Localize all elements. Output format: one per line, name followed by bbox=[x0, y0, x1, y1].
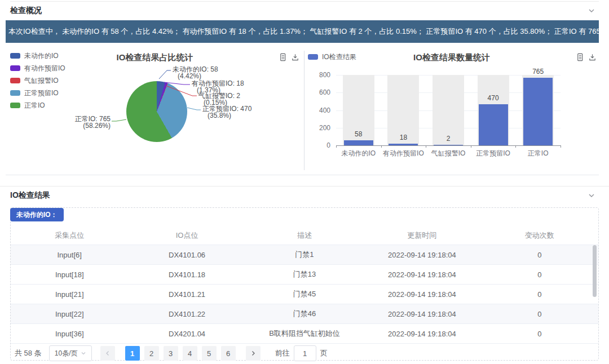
bar-legend-label: IO检查结果 bbox=[322, 54, 356, 60]
legend-chip bbox=[10, 65, 20, 71]
x-axis-label: 正常预留IO bbox=[471, 149, 516, 158]
table-cell: 2022-09-14 19:18:04 bbox=[363, 265, 480, 285]
table-column-header: 更新时间 bbox=[363, 226, 480, 245]
chevron-right-icon bbox=[250, 350, 256, 356]
overview-collapse-button[interactable] bbox=[587, 6, 596, 15]
data-view-icon[interactable] bbox=[576, 53, 584, 61]
bar[interactable] bbox=[434, 145, 463, 145]
table-row: Input[22]DX4101.22门禁462022-09-14 19:18:0… bbox=[11, 304, 598, 324]
table-column-header: 变动次数 bbox=[481, 226, 598, 245]
table-row: Input[36]DX4201.04B取料阻挡气缸初始位2022-09-14 1… bbox=[11, 324, 598, 344]
table-cell: DX4201.04 bbox=[128, 324, 245, 344]
page-button-4[interactable]: 4 bbox=[183, 346, 197, 361]
table-cell: Input[6] bbox=[11, 245, 128, 265]
table-cell: 2022-09-14 19:18:04 bbox=[363, 245, 480, 265]
results-panel: 采集点位IO点位描述更新时间变动次数 Input[6]DX4101.06门禁12… bbox=[10, 207, 599, 361]
bar-chart: 020040060080058未动作的IO18有动作预留IO2气缸报警IO470… bbox=[336, 75, 561, 146]
table-scrollbar[interactable] bbox=[593, 245, 597, 297]
pie-label: 气缸报警IO: 2(0.15%) bbox=[198, 92, 240, 106]
legend-label: 正常IO bbox=[24, 102, 45, 109]
legend-chip bbox=[10, 90, 20, 96]
bar[interactable] bbox=[344, 140, 373, 145]
pie-legend-item[interactable]: 有动作预留IO bbox=[10, 65, 65, 72]
y-axis-tick-label: 600 bbox=[319, 88, 330, 96]
bar[interactable] bbox=[389, 144, 418, 145]
x-axis-tick bbox=[336, 145, 337, 148]
pie-chart[interactable] bbox=[126, 81, 187, 142]
table-cell: 0 bbox=[481, 265, 598, 285]
table-cell: DX4101.06 bbox=[128, 245, 245, 265]
bar-value-label: 2 bbox=[426, 135, 471, 143]
io-results-table: 采集点位IO点位描述更新时间变动次数 Input[6]DX4101.06门禁12… bbox=[11, 226, 598, 344]
page-button-5[interactable]: 5 bbox=[202, 346, 217, 361]
page-button-6[interactable]: 6 bbox=[221, 346, 236, 361]
page-number-list: 123456 bbox=[123, 346, 238, 361]
bar-chart-card: IO检查结果数量统计 IO检查结果 020040060080058未动作 bbox=[304, 50, 599, 175]
table-row: Input[6]DX4101.06门禁12022-09-14 19:18:040 bbox=[11, 245, 598, 265]
table-cell: B取料阻挡气缸初始位 bbox=[246, 324, 363, 344]
download-icon[interactable] bbox=[291, 53, 299, 61]
table-cell: 0 bbox=[481, 245, 598, 265]
page-button-2[interactable]: 2 bbox=[144, 346, 159, 361]
table-cell: 门禁1 bbox=[246, 245, 363, 265]
page-button-1[interactable]: 1 bbox=[125, 346, 140, 361]
table-cell: Input[36] bbox=[11, 324, 128, 344]
pie-legend-item[interactable]: 正常预留IO bbox=[10, 90, 65, 96]
pie-chart-toolbox bbox=[279, 53, 299, 61]
table-header-row: 采集点位IO点位描述更新时间变动次数 bbox=[11, 226, 598, 245]
results-collapse-button[interactable] bbox=[587, 191, 596, 200]
pagination: 共 58 条 10条/页 123456 前往 页 bbox=[15, 345, 328, 361]
x-axis-tick bbox=[471, 145, 471, 148]
pagination-total: 共 58 条 bbox=[15, 348, 42, 358]
pie-legend-item[interactable]: 未动作的IO bbox=[10, 52, 65, 59]
results-section-title: IO检查结果 bbox=[10, 190, 50, 201]
bar-column: 765 bbox=[515, 75, 561, 145]
pie-label: 未动作的IO: 58(4.42%) bbox=[173, 66, 218, 79]
chevron-down-icon bbox=[81, 350, 86, 356]
bar[interactable] bbox=[523, 78, 553, 145]
x-axis-label: 正常IO bbox=[515, 149, 561, 158]
legend-chip bbox=[10, 78, 20, 83]
page-size-value: 10条/页 bbox=[55, 349, 78, 358]
page-size-select[interactable]: 10条/页 bbox=[49, 345, 92, 361]
goto-suffix: 页 bbox=[320, 348, 328, 358]
table-column-header: 采集点位 bbox=[11, 226, 128, 245]
x-axis-tick bbox=[561, 145, 561, 148]
table-cell: 0 bbox=[481, 304, 598, 324]
x-axis-tick bbox=[381, 145, 382, 148]
goto-label: 前往 bbox=[275, 348, 290, 358]
chevron-left-icon bbox=[105, 350, 111, 356]
bar-chart-toolbox bbox=[576, 53, 597, 61]
bar-value-label: 18 bbox=[381, 134, 426, 141]
charts-panel: IO检查结果占比统计 未动作的IO有动作预留IO气缸报警IO正常预留IO正常IO bbox=[6, 50, 599, 175]
goto-page-input[interactable] bbox=[294, 345, 316, 361]
next-page-button[interactable] bbox=[246, 346, 261, 361]
pie-legend-item[interactable]: 气缸报警IO bbox=[10, 77, 65, 84]
io-inspection-dashboard: 检查概况 本次IO检查中， 未动作的IO 有 58 个，占比 4.42%； 有动… bbox=[0, 0, 609, 364]
y-axis-tick-label: 0 bbox=[326, 141, 330, 149]
legend-chip bbox=[10, 53, 20, 59]
pie-chart-card: IO检查结果占比统计 未动作的IO有动作预留IO气缸报警IO正常预留IO正常IO bbox=[6, 50, 304, 175]
pie-legend-item[interactable]: 正常IO bbox=[10, 102, 65, 109]
prev-page-button[interactable] bbox=[100, 346, 115, 361]
x-axis-tick bbox=[426, 145, 426, 148]
table-cell: 门禁45 bbox=[246, 285, 363, 304]
table-cell: DX4101.22 bbox=[128, 304, 245, 324]
table-cell: Input[22] bbox=[11, 304, 128, 324]
page-button-3[interactable]: 3 bbox=[164, 346, 178, 361]
bar-legend-item[interactable]: IO检查结果 bbox=[308, 54, 356, 60]
pie-label: 正常IO: 765(58.26%) bbox=[75, 116, 111, 129]
summary-banner: 本次IO检查中， 未动作的IO 有 58 个，占比 4.42%； 有动作预留IO… bbox=[6, 20, 599, 43]
table-cell: DX4101.18 bbox=[128, 265, 245, 285]
legend-label: 未动作的IO bbox=[24, 52, 59, 59]
table-cell: 2022-09-14 19:18:04 bbox=[363, 304, 480, 324]
section-divider bbox=[0, 186, 609, 187]
bar-value-label: 765 bbox=[515, 68, 561, 76]
table-cell: Input[21] bbox=[11, 285, 128, 304]
download-icon[interactable] bbox=[588, 53, 597, 61]
data-view-icon[interactable] bbox=[279, 53, 287, 61]
status-badge[interactable]: 未动作的IO： bbox=[10, 208, 64, 221]
bar-value-label: 58 bbox=[336, 130, 381, 138]
bar[interactable] bbox=[479, 104, 508, 145]
bar-column: 2 bbox=[426, 75, 471, 145]
